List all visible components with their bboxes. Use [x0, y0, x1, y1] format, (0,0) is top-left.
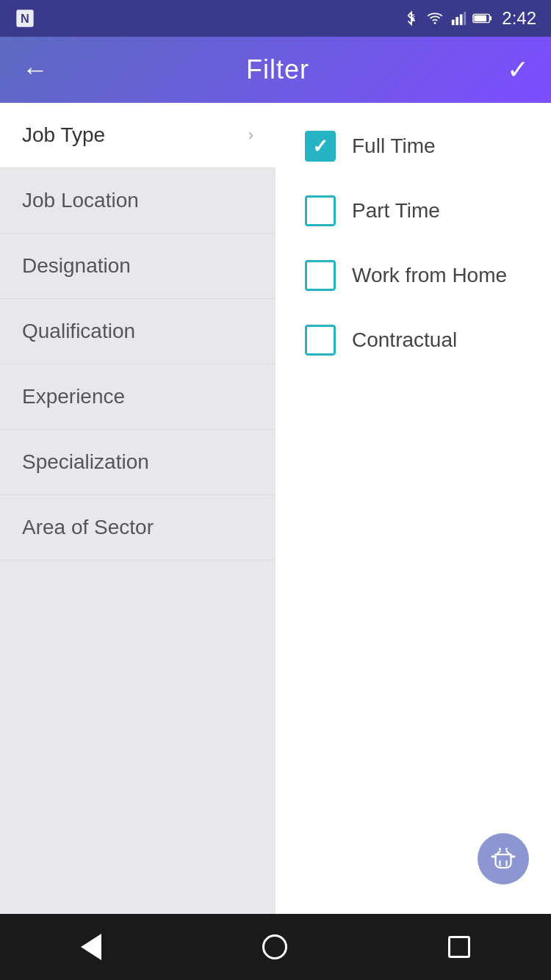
svg-rect-6 [460, 15, 463, 26]
chevron-right-icon: › [248, 126, 253, 145]
right-panel: Full Time Part Time Work from Home Contr… [276, 103, 551, 914]
sidebar-item-job-location[interactable]: Job Location [0, 168, 276, 234]
sidebar-item-qualification[interactable]: Qualification [0, 299, 276, 364]
nav-home-button[interactable] [262, 934, 287, 959]
option-full-time[interactable]: Full Time [298, 118, 529, 175]
svg-rect-10 [475, 15, 487, 21]
bluetooth-icon [403, 10, 419, 26]
sidebar-item-job-type-label: Job Type [22, 123, 105, 147]
option-full-time-label: Full Time [352, 134, 436, 158]
sidebar-item-specialization-label: Specialization [22, 450, 149, 473]
app-logo-icon: N [15, 8, 35, 29]
signal-icon [450, 10, 467, 26]
fab-button[interactable] [478, 833, 529, 884]
status-bar: N 2:42 [0, 0, 551, 37]
bottom-nav [0, 914, 551, 980]
sidebar-item-experience-label: Experience [22, 385, 125, 408]
svg-rect-9 [490, 16, 492, 21]
sidebar-item-job-location-label: Job Location [22, 189, 139, 212]
nav-back-button[interactable] [81, 934, 101, 960]
nav-recents-button[interactable] [448, 936, 470, 958]
sidebar-item-qualification-label: Qualification [22, 320, 135, 342]
option-work-from-home-label: Work from Home [352, 264, 507, 287]
checkbox-contractual[interactable] [305, 325, 336, 356]
option-work-from-home[interactable]: Work from Home [298, 247, 529, 304]
app-header: ← Filter ✓ [0, 37, 551, 103]
option-contractual[interactable]: Contractual [298, 311, 529, 369]
sidebar-item-designation-label: Designation [22, 254, 131, 277]
android-icon [490, 846, 516, 872]
wifi-icon [425, 10, 444, 26]
sidebar-item-area-of-sector-label: Area of Sector [22, 516, 154, 538]
option-part-time-label: Part Time [352, 199, 440, 223]
battery-icon [472, 12, 493, 25]
svg-rect-5 [456, 17, 459, 25]
option-contractual-label: Contractual [352, 328, 457, 352]
sidebar-item-designation[interactable]: Designation [0, 234, 276, 299]
sidebar: Job Type › Job Location Designation Qual… [0, 103, 276, 914]
status-time: 2:42 [502, 8, 536, 29]
option-part-time[interactable]: Part Time [298, 182, 529, 239]
svg-point-12 [505, 848, 508, 850]
sidebar-item-experience[interactable]: Experience [0, 364, 276, 430]
svg-text:N: N [21, 12, 29, 25]
status-bar-left: N [15, 8, 35, 29]
checkbox-work-from-home[interactable] [305, 260, 336, 291]
svg-rect-4 [452, 20, 455, 25]
sidebar-item-area-of-sector[interactable]: Area of Sector [0, 495, 276, 561]
checkbox-part-time[interactable] [305, 195, 336, 226]
confirm-button[interactable]: ✓ [507, 54, 529, 85]
back-button[interactable]: ← [22, 54, 48, 85]
header-title: Filter [246, 54, 309, 85]
sidebar-item-job-type[interactable]: Job Type › [0, 103, 276, 168]
svg-rect-7 [464, 12, 467, 25]
sidebar-item-specialization[interactable]: Specialization [0, 430, 276, 495]
svg-point-3 [434, 22, 436, 24]
main-content: Job Type › Job Location Designation Qual… [0, 103, 551, 914]
status-bar-right: 2:42 [403, 8, 536, 29]
checkbox-full-time[interactable] [305, 131, 336, 162]
svg-point-11 [499, 848, 501, 850]
